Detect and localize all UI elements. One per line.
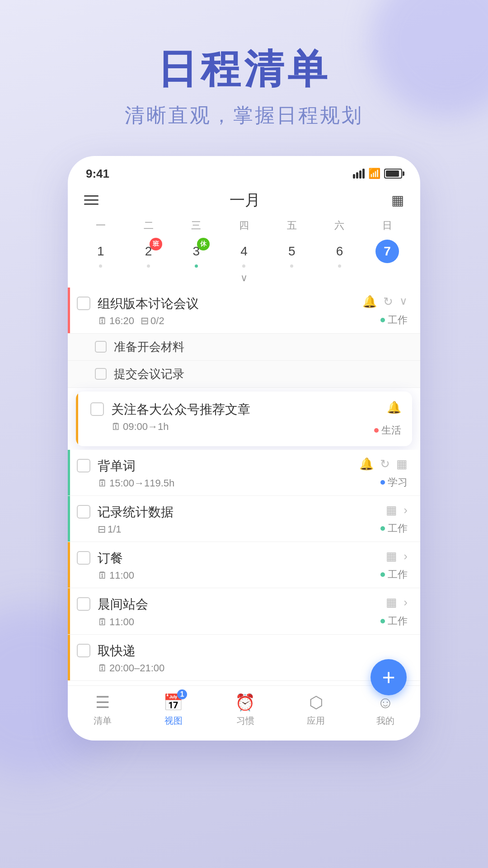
tag-label-6: 工作 bbox=[388, 614, 408, 628]
task-meta-3: 🗓 15:00→119.5h bbox=[98, 477, 359, 489]
task-time-5: 11:00 bbox=[109, 570, 134, 581]
task-content-1: 组织版本讨论会议 🗓 16:20 ⊟ 0/2 bbox=[98, 295, 362, 327]
task-title-3: 背单词 bbox=[98, 457, 359, 475]
alarm-icon-3[interactable]: 🔔 bbox=[359, 457, 374, 471]
task-content-3: 背单词 🗓 15:00→119.5h bbox=[98, 457, 359, 489]
task-time-2: 09:00→1h bbox=[123, 421, 169, 433]
arrow-icon-5[interactable]: › bbox=[404, 549, 408, 563]
alarm-icon-1[interactable]: 🔔 bbox=[362, 295, 377, 309]
task-checkbox-3[interactable] bbox=[77, 459, 90, 472]
tag-label-3: 学习 bbox=[388, 476, 408, 489]
task-list: 组织版本讨论会议 🗓 16:20 ⊟ 0/2 🔔 ↻ ∨ bbox=[68, 288, 420, 685]
task-checkbox-5[interactable] bbox=[77, 551, 90, 565]
clock-icon-5: 🗓 bbox=[98, 570, 108, 581]
tag-label-4: 工作 bbox=[388, 522, 408, 535]
task-tag-4: 工作 bbox=[380, 522, 408, 535]
expand-icon-1[interactable]: ∨ bbox=[399, 295, 408, 307]
task-subtask-count-1: 0/2 bbox=[150, 315, 164, 327]
badge-ban: 班 bbox=[150, 238, 162, 250]
grid-icon-5[interactable]: ▦ bbox=[386, 549, 397, 563]
date-5[interactable]: 5 bbox=[268, 238, 316, 269]
month-title: 一月 bbox=[230, 190, 260, 211]
nav-item-view[interactable]: 📅 1 视图 bbox=[163, 693, 183, 727]
subtask-title-1-2: 提交会议记录 bbox=[114, 366, 184, 382]
task-subtask-4: 1/1 bbox=[108, 524, 122, 535]
tag-label-2: 生活 bbox=[381, 424, 401, 437]
weekday-sun: 日 bbox=[363, 217, 411, 234]
weekday-thu: 四 bbox=[220, 217, 268, 234]
date-7-selected[interactable]: 7 bbox=[363, 238, 411, 269]
clock-icon-1: 🗓 bbox=[98, 315, 108, 327]
subtask-title-1-1: 准备开会材料 bbox=[114, 339, 184, 355]
phone-mockup: 9:41 📶 一月 ▦ 一 二 三 四 五 六 日 1 bbox=[68, 156, 420, 741]
fab-button[interactable]: + bbox=[371, 659, 407, 695]
date-1[interactable]: 1 bbox=[77, 238, 125, 269]
task-checkbox-4[interactable] bbox=[77, 505, 90, 519]
task-checkbox-7[interactable] bbox=[77, 644, 90, 657]
date-3[interactable]: 3 休 bbox=[172, 238, 220, 269]
task-bar-1 bbox=[68, 288, 70, 333]
date-4[interactable]: 4 bbox=[220, 238, 268, 269]
task-bar-7 bbox=[68, 635, 70, 680]
task-time-7: 20:00–21:00 bbox=[109, 662, 164, 674]
nav-label-mine: 我的 bbox=[376, 715, 394, 727]
menu-button[interactable] bbox=[84, 195, 99, 205]
task-bar-4 bbox=[68, 496, 70, 542]
arrow-icon-4[interactable]: › bbox=[404, 503, 408, 517]
task-title-2: 关注各大公众号推荐文章 bbox=[111, 401, 374, 418]
alarm-icon-2[interactable]: 🔔 bbox=[387, 401, 401, 415]
task-meta-7: 🗓 20:00–21:00 bbox=[98, 662, 408, 674]
arrow-icon-6[interactable]: › bbox=[404, 595, 408, 609]
task-checkbox-6[interactable] bbox=[77, 597, 90, 611]
repeat-icon-1[interactable]: ↻ bbox=[383, 295, 393, 309]
chevron-down-icon[interactable]: ∨ bbox=[68, 272, 420, 288]
clock-icon-2: 🗓 bbox=[111, 421, 121, 433]
repeat-icon-3[interactable]: ↻ bbox=[380, 457, 390, 471]
task-checkbox-1[interactable] bbox=[77, 297, 90, 310]
nav-item-mine[interactable]: ☺ 我的 bbox=[376, 693, 394, 727]
badge-rest: 休 bbox=[197, 238, 210, 250]
task-actions-5: ▦ › bbox=[386, 549, 408, 563]
task-actions-4: ▦ › bbox=[386, 503, 408, 517]
grid-icon-3[interactable]: ▦ bbox=[396, 457, 408, 471]
grid-icon-6[interactable]: ▦ bbox=[386, 595, 397, 609]
weekday-fri: 五 bbox=[268, 217, 316, 234]
nav-label-view: 视图 bbox=[164, 715, 183, 727]
tag-dot-4 bbox=[380, 526, 385, 531]
task-checkbox-2[interactable] bbox=[90, 402, 104, 416]
grid-icon-4[interactable]: ▦ bbox=[386, 503, 397, 517]
main-title: 日程清单 bbox=[0, 45, 488, 93]
nav-item-habit[interactable]: ⏰ 习惯 bbox=[235, 693, 255, 727]
calendar-view-button[interactable]: ▦ bbox=[391, 192, 404, 208]
task-actions-1: 🔔 ↻ ∨ bbox=[362, 295, 408, 309]
nav-item-apps[interactable]: ⬡ 应用 bbox=[307, 693, 325, 727]
task-tag-5: 工作 bbox=[380, 568, 408, 581]
date-6[interactable]: 6 bbox=[316, 238, 364, 269]
sub-title: 清晰直观，掌握日程规划 bbox=[0, 102, 488, 129]
wifi-icon: 📶 bbox=[368, 168, 380, 179]
tag-dot-2 bbox=[374, 428, 379, 433]
nav-icon-habit: ⏰ bbox=[235, 693, 255, 712]
task-bar-2 bbox=[76, 392, 78, 446]
tag-dot-5 bbox=[380, 572, 385, 577]
status-bar-right: 📶 bbox=[353, 168, 402, 179]
subtask-checkbox-1-2[interactable] bbox=[95, 368, 107, 380]
nav-item-list[interactable]: ☰ 清单 bbox=[94, 693, 112, 727]
subtask-1-2: 提交会议记录 bbox=[68, 361, 420, 388]
task-item-6: 晨间站会 🗓 11:00 ▦ › 工作 bbox=[68, 588, 420, 634]
subtask-checkbox-1-1[interactable] bbox=[95, 341, 107, 353]
task-time-6: 11:00 bbox=[109, 616, 134, 628]
task-tag-2: 生活 bbox=[374, 424, 401, 437]
date-2[interactable]: 2 班 bbox=[125, 238, 173, 269]
task-item-3: 背单词 🗓 15:00→119.5h 🔔 ↻ ▦ 学习 bbox=[68, 450, 420, 496]
tag-dot-6 bbox=[380, 619, 385, 623]
task-content-5: 订餐 🗓 11:00 bbox=[98, 549, 386, 581]
task-time-3: 15:00→119.5h bbox=[109, 477, 174, 489]
tag-dot-1 bbox=[380, 318, 385, 322]
task-bar-5 bbox=[68, 542, 70, 588]
subtask-icon-4: ⊟ bbox=[98, 524, 106, 535]
task-title-7: 取快递 bbox=[98, 642, 408, 660]
weekday-tue: 二 bbox=[125, 217, 173, 234]
calendar-header: 一月 ▦ bbox=[68, 185, 420, 217]
task-bar-6 bbox=[68, 588, 70, 634]
